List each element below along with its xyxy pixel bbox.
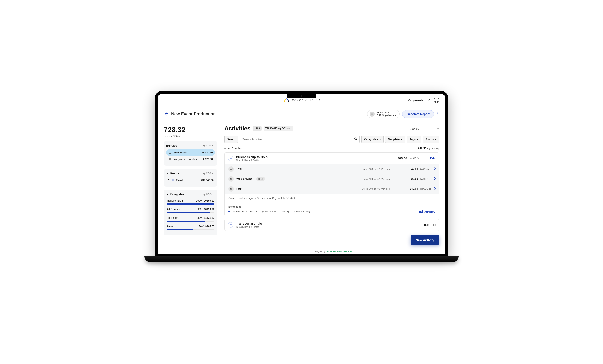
- chevron-right-icon[interactable]: [434, 177, 436, 181]
- bundles-panel: Bundles Kg CO2-eq. All bundles: [164, 141, 217, 166]
- groups-title: Groups: [170, 172, 180, 175]
- bus-icon: [228, 166, 234, 172]
- category-value: 9465.65: [205, 225, 214, 228]
- svg-point-17: [426, 158, 426, 158]
- search-input[interactable]: [240, 136, 359, 143]
- bundle-unit: kg: [433, 224, 436, 226]
- edit-button[interactable]: Edit: [430, 157, 436, 160]
- activity-value: 349.00: [410, 187, 418, 190]
- shared-with-pill[interactable]: Shared with GPT Organizations: [367, 110, 400, 118]
- activities-heading: Activities 1280 728320.50 kg CO2-eq.: [224, 125, 293, 132]
- chevron-right-icon[interactable]: [434, 187, 436, 190]
- svg-point-7: [372, 114, 372, 115]
- progress-bar: [167, 221, 214, 222]
- categories-title: Categories: [170, 193, 184, 196]
- collapse-toggle[interactable]: [228, 156, 233, 161]
- activity-row[interactable]: TaxiDiesel 100 km × 1 Vehicles42.00kg CO…: [225, 164, 439, 174]
- select-button[interactable]: Select: [224, 136, 238, 143]
- category-row[interactable]: Transportation100% 20109.32: [166, 198, 215, 207]
- sidebar-item-not-grouped[interactable]: Not grouped bundles 2 320.50: [166, 156, 215, 163]
- edit-groups-button[interactable]: Edit groups: [419, 210, 435, 213]
- bullet-icon: [228, 211, 230, 212]
- progress-bar: [167, 212, 214, 213]
- activity-details: Diesel 100 km × 1 Vehicles: [362, 168, 400, 171]
- chevron-right-icon[interactable]: [434, 168, 436, 171]
- bullet-icon: [224, 148, 226, 149]
- bundle-unit: kg CO2-eq.: [410, 157, 422, 159]
- template-filter[interactable]: Template▾: [385, 136, 405, 143]
- stack-icon: [168, 158, 172, 161]
- activity-unit: kg CO2-eq.: [420, 178, 432, 180]
- organization-dropdown[interactable]: Organization: [408, 99, 430, 102]
- svg-point-4: [371, 113, 373, 115]
- svg-point-9: [438, 113, 439, 114]
- page-title: New Event Production: [171, 112, 216, 116]
- group-label: Event: [176, 179, 183, 182]
- search-icon: [354, 137, 358, 141]
- activity-unit: kg CO2-eq.: [420, 168, 432, 171]
- designed-by-label: Designed by: [314, 250, 325, 253]
- categories-unit: Kg CO2-eq.: [203, 193, 215, 195]
- svg-point-5: [371, 114, 372, 114]
- crumb-unit: Kg CO2-eq.: [427, 147, 439, 150]
- sidebar-item-all-bundles[interactable]: All bundles 728 320.50: [166, 149, 215, 156]
- back-arrow-icon[interactable]: [164, 111, 168, 117]
- category-row[interactable]: Arena70% 9465.65: [166, 224, 215, 232]
- category-pct: 90%: [197, 208, 202, 211]
- svg-point-10: [438, 115, 439, 115]
- chevron-down-icon: [428, 99, 430, 102]
- organization-label: Organization: [408, 99, 426, 102]
- groups-panel: Groups Kg CO2-eq. Event: [164, 169, 217, 186]
- sort-by-dropdown[interactable]: Sort by ▾: [410, 126, 439, 132]
- leaf-icon: [327, 250, 329, 253]
- shared-line2: GPT Organizations: [377, 114, 396, 117]
- chevron-down-icon[interactable]: [166, 193, 169, 195]
- footer-brand: Green Producers Tool: [330, 250, 352, 253]
- chevron-down-icon: ▾: [417, 138, 418, 141]
- more-menu-icon[interactable]: [437, 111, 439, 117]
- created-by-text: Created by Jormungandr Serpent from Org …: [228, 197, 435, 200]
- new-activity-button[interactable]: New Activity: [411, 235, 439, 245]
- svg-point-18: [426, 159, 426, 159]
- bundle-card-transport: Transport Bundle 12 Activities + 3 Draft…: [224, 219, 439, 231]
- category-value: 14321.43: [204, 216, 214, 219]
- filter-bar: Select Categories▾ Template▾ Tags▾ Statu…: [224, 136, 439, 143]
- chevron-right-icon: [167, 179, 170, 181]
- bundle-more-icon[interactable]: [425, 156, 427, 161]
- belongs-path: Phases / Production / Cast (transportati…: [232, 210, 310, 213]
- sort-by-label: Sort by: [410, 127, 419, 130]
- svg-rect-11: [169, 159, 171, 159]
- activity-row[interactable]: FruitDiesel 100 km × 1 Vehicles349.00kg …: [225, 184, 439, 193]
- activities-title-text: Activities: [224, 125, 251, 132]
- category-pct: 80%: [197, 216, 202, 219]
- subheader: New Event Production Shared with GPT Org…: [158, 107, 445, 121]
- user-avatar-icon[interactable]: [434, 98, 439, 103]
- svg-point-3: [436, 99, 437, 100]
- generate-report-button[interactable]: Generate Report: [402, 110, 434, 118]
- categories-filter[interactable]: Categories▾: [361, 136, 383, 143]
- chevron-down-icon[interactable]: [166, 172, 169, 174]
- activity-details: Diesel 100 km × 1 Vehicles: [362, 178, 400, 180]
- category-value: 20109.32: [204, 199, 214, 202]
- svg-text:S: S: [288, 100, 289, 102]
- caret-down-icon: ▾: [437, 127, 439, 130]
- activity-unit: kg CO2-eq.: [420, 188, 432, 190]
- kpi-value: 728.32: [164, 125, 217, 134]
- chevron-down-icon: ▾: [379, 138, 381, 141]
- category-row[interactable]: Equipment80% 14321.43: [166, 215, 215, 224]
- category-label: Equipment: [167, 216, 179, 219]
- category-pct: 100%: [196, 199, 203, 202]
- bundle-subtitle: 10 Activities + 2 Drafts: [236, 159, 267, 162]
- sidebar-item-value: 2 320.50: [203, 158, 213, 161]
- activity-row[interactable]: Wild prawnsDraftDiesel 100 km × 1 Vehicl…: [225, 174, 439, 184]
- svg-point-21: [232, 170, 232, 170]
- activity-value: 23.00: [411, 177, 418, 181]
- category-label: Art Direction: [167, 208, 180, 211]
- sidebar-item-event[interactable]: Event 732 640.00: [166, 177, 215, 183]
- status-filter[interactable]: Status▾: [423, 136, 439, 143]
- expand-toggle[interactable]: [228, 222, 233, 228]
- home-icon: [168, 151, 172, 154]
- category-row[interactable]: Art Direction90% 16329.32: [166, 207, 215, 215]
- tags-filter[interactable]: Tags▾: [407, 136, 421, 143]
- group-value: 732 640.00: [201, 179, 214, 182]
